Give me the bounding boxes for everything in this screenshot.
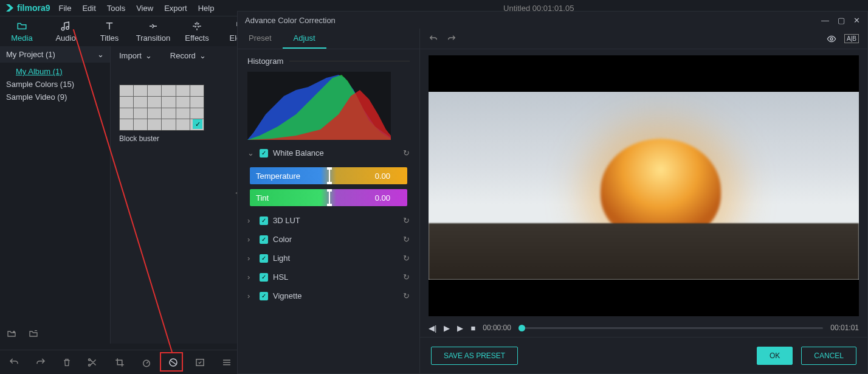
crop-icon[interactable]	[114, 357, 125, 368]
adjust-panel: Preset Adjust Histogram ⌄ ✓ White Balanc…	[238, 29, 420, 373]
dialog-titlebar: Advance Color Correction ― ▢ ✕	[238, 12, 867, 29]
project-item[interactable]: Sample Video (9)	[0, 91, 110, 103]
play-icon[interactable]: ▶	[457, 324, 463, 333]
minimize-icon[interactable]: ―	[821, 16, 829, 25]
tab-transition[interactable]: Transition	[131, 16, 175, 46]
cut-icon[interactable]	[88, 357, 98, 368]
thumb-preview: ✓	[119, 85, 204, 131]
tab-effects[interactable]: Effects	[175, 16, 219, 46]
delete-folder-icon[interactable]	[28, 329, 39, 339]
chevron-right-icon: ›	[247, 254, 256, 263]
main-menu: File Edit Tools View Export Help	[58, 4, 214, 13]
chevron-right-icon: ›	[247, 291, 256, 300]
tab-preset[interactable]: Preset	[238, 29, 283, 49]
reset-icon[interactable]: ↻	[403, 148, 410, 158]
speed-icon[interactable]	[141, 357, 152, 368]
chevron-down-icon: ⌄	[199, 51, 206, 60]
delete-icon[interactable]	[62, 357, 72, 368]
menu-export[interactable]: Export	[164, 4, 187, 13]
reset-icon[interactable]: ↻	[403, 291, 410, 300]
new-folder-icon[interactable]	[6, 329, 17, 339]
sparkle-icon	[191, 21, 202, 32]
color-correction-dialog: Advance Color Correction ― ▢ ✕ Preset Ad…	[237, 11, 868, 374]
play-back-icon[interactable]: ▶	[444, 324, 450, 333]
menu-edit[interactable]: Edit	[82, 4, 95, 13]
check-icon: ✓	[193, 119, 202, 129]
redo-icon[interactable]	[447, 34, 456, 44]
reset-icon[interactable]: ↻	[403, 272, 410, 282]
project-item[interactable]: Sample Colors (15)	[0, 78, 110, 91]
tab-audio[interactable]: Audio	[44, 16, 88, 46]
reset-icon[interactable]: ↻	[403, 216, 410, 225]
eye-icon[interactable]	[826, 34, 837, 44]
chevron-right-icon: ›	[247, 272, 256, 282]
seek-bar[interactable]	[518, 327, 823, 329]
logo-icon	[5, 3, 15, 13]
checkbox-icon[interactable]: ✓	[260, 216, 268, 225]
thumb-caption: Block buster	[119, 134, 204, 143]
green-screen-icon[interactable]	[195, 357, 205, 368]
histogram	[247, 72, 391, 140]
preview-panel: A|B ◀| ▶ ▶ ■ 00:00:00 00:01:01 SA	[420, 29, 867, 373]
tab-adjust[interactable]: Adjust	[283, 29, 326, 49]
undo-icon[interactable]	[9, 357, 19, 368]
section-hsl[interactable]: › ✓ HSL ↻	[238, 268, 419, 286]
chevron-down-icon: ⌄	[145, 51, 152, 60]
player-controls: ◀| ▶ ▶ ■ 00:00:00 00:01:01	[420, 319, 867, 337]
svg-point-8	[830, 38, 833, 40]
prev-frame-icon[interactable]: ◀|	[429, 324, 436, 333]
slider-temperature[interactable]: Temperature 0.00	[250, 167, 407, 184]
settings-icon[interactable]	[221, 357, 232, 368]
section-vignette[interactable]: › ✓ Vignette ↻	[238, 286, 419, 305]
slider-handle[interactable]	[329, 189, 330, 206]
reset-icon[interactable]: ↻	[403, 235, 410, 244]
project-sidebar: My Project (1) ⌄ My Album (1) Sample Col…	[0, 46, 111, 344]
section-white-balance[interactable]: ⌄ ✓ White Balance ↻	[238, 144, 419, 162]
save-preset-button[interactable]: SAVE AS PRESET	[431, 347, 518, 365]
histogram-label: Histogram	[238, 49, 419, 68]
media-thumb[interactable]: ✓ Block buster	[119, 85, 204, 143]
chevron-down-icon: ⌄	[247, 148, 256, 158]
import-dropdown[interactable]: Import ⌄	[119, 51, 152, 60]
seek-handle[interactable]	[518, 325, 525, 331]
cancel-button[interactable]: CANCEL	[801, 347, 856, 365]
slider-handle[interactable]	[329, 167, 330, 184]
media-pane: Import ⌄ Record ⌄ ✓ Block buster ◀	[111, 46, 237, 344]
checkbox-icon[interactable]: ✓	[260, 273, 268, 282]
transition-icon	[148, 21, 159, 32]
redo-icon[interactable]	[35, 357, 46, 368]
folder-icon	[16, 21, 27, 32]
ok-button[interactable]: OK	[757, 347, 793, 365]
section-3dlut[interactable]: › ✓ 3D LUT ↻	[238, 211, 419, 230]
menu-file[interactable]: File	[58, 4, 71, 13]
section-color[interactable]: › ✓ Color ↻	[238, 230, 419, 249]
stop-icon[interactable]: ■	[470, 324, 475, 333]
chevron-right-icon: ›	[247, 216, 256, 225]
reset-icon[interactable]: ↻	[403, 254, 410, 263]
menu-tools[interactable]: Tools	[107, 4, 125, 13]
checkbox-icon[interactable]: ✓	[260, 254, 268, 263]
tab-media[interactable]: Media	[0, 16, 44, 46]
compare-icon[interactable]: A|B	[844, 34, 859, 43]
checkbox-icon[interactable]: ✓	[260, 235, 268, 244]
checkbox-icon[interactable]: ✓	[260, 292, 268, 300]
maximize-icon[interactable]: ▢	[838, 16, 845, 25]
menu-view[interactable]: View	[136, 4, 153, 13]
project-root[interactable]: My Project (1) ⌄	[0, 46, 110, 63]
chevron-down-icon: ⌄	[97, 50, 104, 59]
undo-icon[interactable]	[429, 34, 438, 44]
section-light[interactable]: › ✓ Light ↻	[238, 249, 419, 268]
text-icon	[104, 21, 115, 32]
tab-titles[interactable]: Titles	[88, 16, 131, 46]
record-dropdown[interactable]: Record ⌄	[170, 51, 206, 60]
music-icon	[60, 21, 71, 32]
current-time: 00:00:00	[483, 324, 511, 332]
app-logo: filmora9	[5, 3, 50, 13]
color-icon[interactable]	[168, 357, 179, 368]
slider-tint[interactable]: Tint 0.00	[250, 189, 407, 206]
menu-help[interactable]: Help	[198, 4, 215, 13]
project-album[interactable]: My Album (1)	[0, 65, 110, 78]
close-icon[interactable]: ✕	[853, 16, 860, 25]
chevron-right-icon: ›	[247, 235, 256, 244]
checkbox-icon[interactable]: ✓	[260, 149, 268, 158]
